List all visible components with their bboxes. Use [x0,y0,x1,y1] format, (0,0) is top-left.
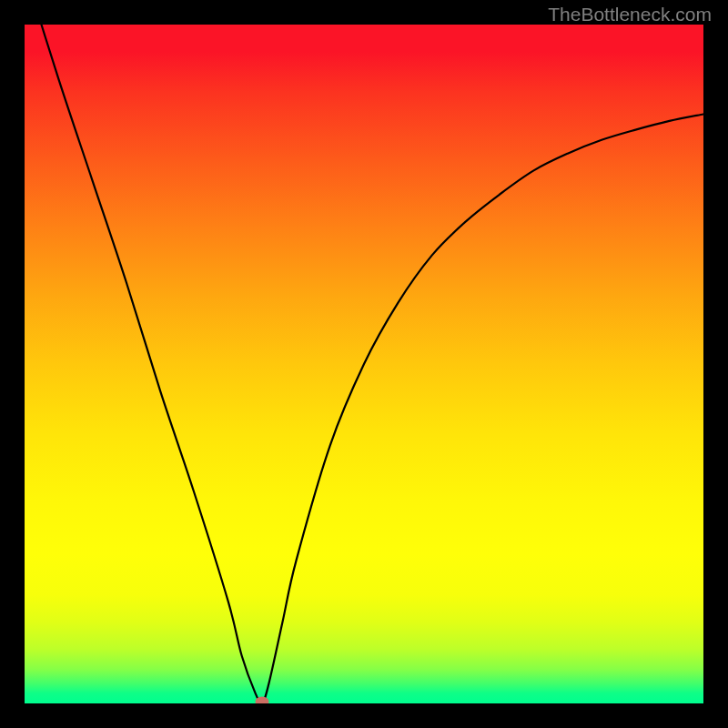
curve-svg [25,25,703,703]
plot-area [25,25,703,703]
attribution-text: TheBottleneck.com [548,4,712,25]
minimum-point-marker [256,697,269,704]
bottleneck-curve-path [25,25,703,703]
